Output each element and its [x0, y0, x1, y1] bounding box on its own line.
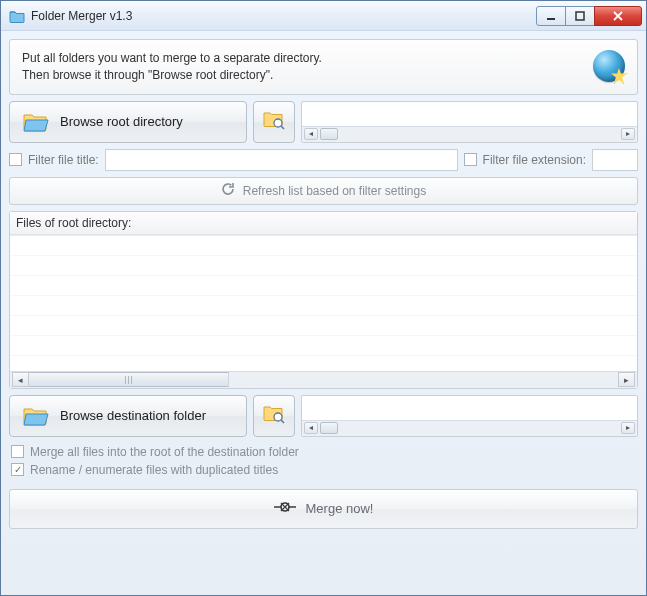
app-window: Folder Merger v1.3 Put all folders you w… [0, 0, 647, 596]
client-area: Put all folders you want to merge to a s… [1, 31, 646, 595]
browse-dest-label: Browse destination folder [60, 408, 206, 423]
scroll-track[interactable] [29, 372, 618, 387]
filter-title-label: Filter file title: [28, 153, 99, 167]
options-group: Merge all files into the root of the des… [9, 443, 638, 477]
minimize-button[interactable] [536, 6, 566, 26]
scroll-left-icon[interactable]: ◂ [304, 422, 318, 434]
info-panel: Put all folders you want to merge to a s… [9, 39, 638, 95]
window-controls [537, 6, 642, 26]
scroll-thumb[interactable] [29, 372, 229, 387]
svg-point-3 [274, 413, 282, 421]
refresh-icon [221, 182, 235, 199]
folder-open-icon [22, 111, 50, 133]
merge-button[interactable]: Merge now! [9, 489, 638, 529]
merge-all-label: Merge all files into the root of the des… [30, 445, 299, 459]
scroll-thumb[interactable] [320, 422, 338, 434]
option-rename: Rename / enumerate files with duplicated… [11, 463, 638, 477]
option-merge-all: Merge all files into the root of the des… [11, 445, 638, 459]
scroll-left-icon[interactable]: ◂ [304, 128, 318, 140]
folder-open-icon [22, 405, 50, 427]
explore-dest-button[interactable] [253, 395, 295, 437]
browse-root-button[interactable]: Browse root directory [9, 101, 247, 143]
root-path-value[interactable] [302, 102, 637, 126]
svg-point-2 [274, 119, 282, 127]
scroll-right-icon[interactable]: ▸ [621, 422, 635, 434]
merge-label: Merge now! [306, 501, 374, 516]
info-line-2: Then browse it through "Browse root dire… [22, 67, 322, 84]
merge-all-checkbox[interactable] [11, 445, 24, 458]
scroll-right-icon[interactable]: ▸ [618, 372, 635, 387]
dest-path-value[interactable] [302, 396, 637, 420]
svg-rect-1 [576, 12, 584, 20]
scroll-left-icon[interactable]: ◂ [12, 372, 29, 387]
refresh-button[interactable]: Refresh list based on filter settings [9, 177, 638, 205]
files-scrollbar[interactable]: ◂ ▸ [10, 371, 637, 388]
info-text: Put all folders you want to merge to a s… [22, 50, 322, 84]
globe-icon[interactable] [593, 50, 625, 82]
titlebar[interactable]: Folder Merger v1.3 [1, 1, 646, 31]
svg-rect-0 [547, 18, 555, 20]
root-path-scrollbar[interactable]: ◂ ▸ [302, 126, 637, 142]
rename-checkbox[interactable] [11, 463, 24, 476]
filter-title-input[interactable] [105, 149, 458, 171]
dest-path-scrollbar[interactable]: ◂ ▸ [302, 420, 637, 436]
filter-ext-label: Filter file extension: [483, 153, 586, 167]
merge-icon [274, 501, 296, 516]
window-title: Folder Merger v1.3 [31, 9, 537, 23]
filter-ext-checkbox[interactable] [464, 153, 477, 166]
filter-ext-input[interactable] [592, 149, 638, 171]
browse-dest-button[interactable]: Browse destination folder [9, 395, 247, 437]
root-path-box: ◂ ▸ [301, 101, 638, 143]
browse-root-label: Browse root directory [60, 114, 183, 129]
rename-label: Rename / enumerate files with duplicated… [30, 463, 278, 477]
files-panel: Files of root directory: ◂ ▸ [9, 211, 638, 389]
refresh-label: Refresh list based on filter settings [243, 184, 426, 198]
filter-row: Filter file title: Filter file extension… [9, 149, 638, 171]
dest-path-box: ◂ ▸ [301, 395, 638, 437]
close-button[interactable] [594, 6, 642, 26]
app-icon [9, 8, 25, 24]
explore-root-button[interactable] [253, 101, 295, 143]
files-list[interactable] [10, 235, 637, 371]
scroll-right-icon[interactable]: ▸ [621, 128, 635, 140]
filter-title-checkbox[interactable] [9, 153, 22, 166]
maximize-button[interactable] [565, 6, 595, 26]
info-line-1: Put all folders you want to merge to a s… [22, 50, 322, 67]
files-header: Files of root directory: [10, 212, 637, 235]
browse-root-row: Browse root directory ◂ ▸ [9, 101, 638, 143]
browse-dest-row: Browse destination folder ◂ ▸ [9, 395, 638, 437]
folder-search-icon [263, 110, 285, 133]
folder-search-icon [263, 404, 285, 427]
scroll-thumb[interactable] [320, 128, 338, 140]
